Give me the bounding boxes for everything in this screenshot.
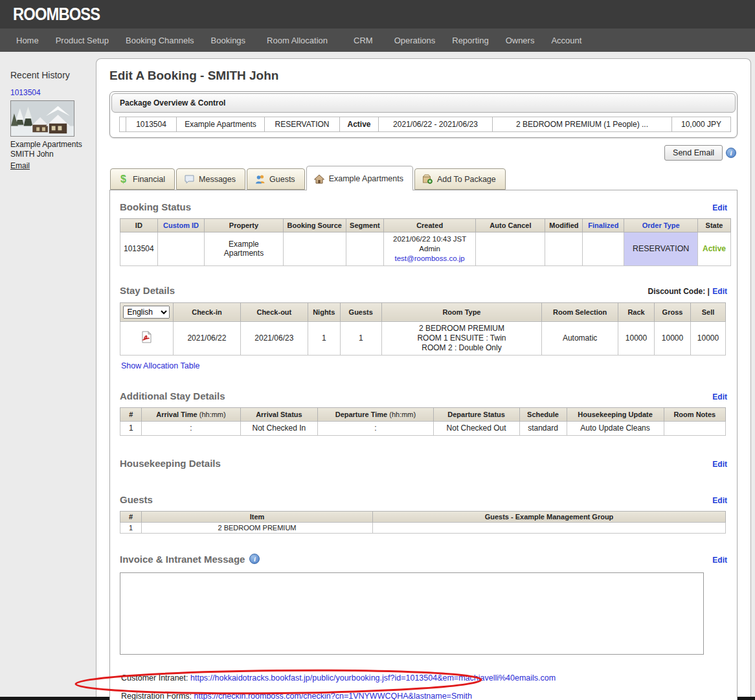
property-thumbnail[interactable] <box>10 100 74 137</box>
message-icon <box>184 174 195 185</box>
col-room-notes: Room Notes <box>664 407 725 421</box>
additional-stay-table: # Arrival Time (hh:mm) Arrival Status De… <box>120 407 726 436</box>
tab-financial[interactable]: $ Financial <box>110 168 175 190</box>
roomboss-logo: ROOMBOSS <box>13 5 100 25</box>
cell-arrival-status: Not Checked In <box>240 421 318 435</box>
invoice-info-icon[interactable]: i <box>249 554 260 564</box>
package-overview-box: Package Overview & Control 1013504 Examp… <box>109 91 738 138</box>
invoice-edit-link[interactable]: Edit <box>712 556 727 565</box>
tab-add-to-package-label: Add To Package <box>437 175 496 184</box>
cell-property: Example Apartments <box>205 232 283 266</box>
room-type-line3: ROOM 2 : Double Only <box>422 343 501 352</box>
cell-schedule: standard <box>519 421 567 435</box>
invoice-message-textarea[interactable] <box>120 572 704 655</box>
stay-details-header-row: English Check-in Check-out Nights Guests… <box>120 302 726 321</box>
package-overview-row[interactable]: 1013504 Example Apartments RESERVATION A… <box>119 117 731 132</box>
nav-home[interactable]: Home <box>8 36 47 45</box>
registration-forms-line: Registration Forms: https://checkin.room… <box>121 692 727 700</box>
main-nav: Home Product Setup Booking Channels Book… <box>0 28 755 52</box>
registration-forms-label: Registration Forms: <box>121 692 192 700</box>
cell-id: 1013504 <box>120 232 158 266</box>
booking-status-edit-link[interactable]: Edit <box>712 203 727 212</box>
package-add-icon <box>422 174 433 185</box>
cell-departure-status: Not Checked Out <box>433 421 519 435</box>
guests-edit-link[interactable]: Edit <box>712 496 727 505</box>
cell-nights: 1 <box>308 321 340 355</box>
tab-messages[interactable]: Messages <box>176 168 245 190</box>
col-schedule: Schedule <box>519 407 567 421</box>
col-custom-id[interactable]: Custom ID <box>157 219 205 232</box>
nav-owners[interactable]: Owners <box>497 36 543 45</box>
guests-title: Guests <box>120 494 153 505</box>
guests-icon <box>254 174 265 185</box>
stay-details-section-head: Stay Details Discount Code: | Edit <box>120 285 727 297</box>
col-nights: Nights <box>308 302 340 321</box>
cell-housekeeping-update: Auto Update Cleans <box>567 421 664 435</box>
created-email-link[interactable]: test@roomboss.co.jp <box>395 254 465 262</box>
col-arrival-time: Arrival Time (hh:mm) <box>142 407 240 421</box>
recent-property-name: Example Apartments <box>10 140 96 150</box>
col-sell: Sell <box>690 302 725 321</box>
booking-tabs: $ Financial Messages Guests <box>109 166 738 190</box>
tab-content: Booking Status Edit ID Custom ID Propert… <box>109 190 738 700</box>
nav-product-setup[interactable]: Product Setup <box>47 36 117 45</box>
info-icon[interactable]: i <box>726 148 736 158</box>
nav-operations[interactable]: Operations <box>386 36 444 45</box>
package-overview-header[interactable]: Package Overview & Control <box>111 93 736 113</box>
nav-booking-channels[interactable]: Booking Channels <box>117 36 203 45</box>
cell-check-out: 2021/06/23 <box>240 321 308 355</box>
tab-guests[interactable]: Guests <box>247 168 305 190</box>
nav-reporting[interactable]: Reporting <box>444 36 497 45</box>
booking-status-data-row: 1013504 Example Apartments 2021/06/22 10… <box>120 232 731 266</box>
nav-account[interactable]: Account <box>543 36 590 45</box>
language-select[interactable]: English <box>123 306 170 319</box>
booking-status-table: ID Custom ID Property Booking Source Seg… <box>120 218 731 266</box>
col-room-selection: Room Selection <box>542 302 618 321</box>
tab-messages-label: Messages <box>199 175 236 184</box>
nav-room-allocation[interactable]: Room Allocation <box>254 36 341 45</box>
recent-email-link[interactable]: Email <box>10 161 30 170</box>
send-email-button[interactable]: Send Email <box>664 145 723 161</box>
package-row-id: 1013504 <box>126 117 177 131</box>
recent-booking-id-link[interactable]: 1013504 <box>10 88 96 97</box>
tab-add-to-package[interactable]: Add To Package <box>414 168 506 190</box>
additional-stay-data-row: 1 : Not Checked In : Not Checked Out sta… <box>120 421 726 435</box>
room-type-line2: ROOM 1 ENSUITE : Twin <box>417 333 506 343</box>
cell-finalized <box>583 232 624 266</box>
cell-booking-source <box>283 232 346 266</box>
guests-data-row: 1 2 BEDROOM PREMIUM <box>120 522 726 533</box>
col-room-type: Room Type <box>381 302 542 321</box>
page-title: Edit A Booking - SMITH John <box>109 69 738 83</box>
col-modified: Modified <box>545 219 583 232</box>
cell-custom-id <box>157 232 205 266</box>
home-icon <box>314 174 325 184</box>
package-row-property: Example Apartments <box>177 117 265 131</box>
col-auto-cancel: Auto Cancel <box>476 219 545 232</box>
stay-details-title: Stay Details <box>120 285 175 296</box>
housekeeping-edit-link[interactable]: Edit <box>712 460 727 469</box>
col-departure-status: Departure Status <box>433 407 519 421</box>
housekeeping-title: Housekeeping Details <box>120 458 221 469</box>
cell-pdf <box>120 321 174 355</box>
stay-details-table: English Check-in Check-out Nights Guests… <box>120 302 726 356</box>
cell-room-type: 2 BEDROOM PREMIUM ROOM 1 ENSUITE : Twin … <box>381 321 542 355</box>
cell-num: 1 <box>120 421 142 435</box>
tab-financial-label: Financial <box>133 175 165 184</box>
show-allocation-table-link[interactable]: Show Allocation Table <box>121 361 199 370</box>
customer-intranet-link[interactable]: https://hokkaidotracks.bookfast.jp/publi… <box>190 673 556 683</box>
cell-arrival-time: : <box>142 421 240 435</box>
pdf-icon[interactable] <box>141 331 152 343</box>
col-guests-group: Guests - Example Management Group <box>373 511 726 522</box>
additional-stay-edit-link[interactable]: Edit <box>712 392 727 401</box>
col-order-type[interactable]: Order Type <box>624 219 698 232</box>
registration-forms-link[interactable]: https://checkin.roomboss.com/checkin?cn=… <box>194 692 472 700</box>
stay-details-edit-link[interactable]: Edit <box>712 287 727 296</box>
col-booking-source: Booking Source <box>283 219 346 232</box>
booking-status-title: Booking Status <box>120 201 191 212</box>
nav-crm[interactable]: CRM <box>341 36 386 45</box>
tab-example-apartments[interactable]: Example Apartments <box>306 166 413 190</box>
cell-departure-time: : <box>318 421 433 435</box>
nav-bookings[interactable]: Bookings <box>203 36 254 45</box>
col-finalized[interactable]: Finalized <box>583 219 624 232</box>
recent-history-title: Recent History <box>10 70 96 80</box>
